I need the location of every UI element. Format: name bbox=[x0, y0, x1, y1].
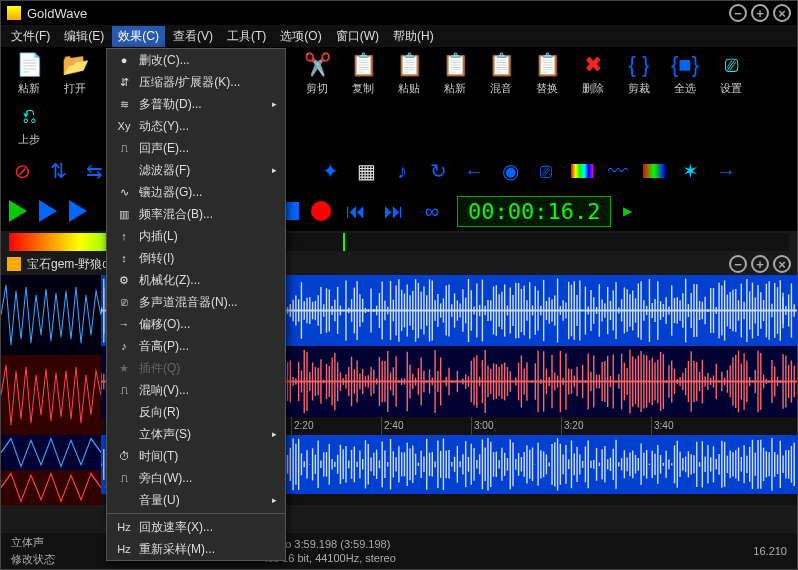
minimize-button[interactable]: − bbox=[729, 4, 747, 22]
app-logo-icon bbox=[7, 6, 21, 20]
menu-help[interactable]: 帮助(H) bbox=[387, 26, 440, 47]
overview-mini[interactable] bbox=[1, 435, 101, 505]
prev-icon: ⎌ bbox=[15, 102, 43, 130]
menu-edit[interactable]: 编辑(E) bbox=[58, 26, 110, 47]
settings-icon: ⎚ bbox=[717, 51, 745, 79]
pastenew-button[interactable]: 📋粘新 bbox=[435, 51, 475, 96]
selectall-icon: {■} bbox=[671, 51, 699, 79]
overview-right-channel[interactable] bbox=[1, 355, 101, 435]
effect-interpolate[interactable]: ↑内插(L) bbox=[107, 225, 285, 247]
effect-offset[interactable]: →偏移(O)... bbox=[107, 313, 285, 335]
cut-icon: ✂️ bbox=[303, 51, 331, 79]
effect-pitch[interactable]: ♪音高(P)... bbox=[107, 335, 285, 357]
status-position: 16.210 bbox=[753, 545, 787, 557]
menu-view[interactable]: 查看(V) bbox=[167, 26, 219, 47]
open-button[interactable]: 📂打开 bbox=[55, 51, 95, 96]
new-button[interactable]: 📄粘新 bbox=[9, 51, 49, 96]
replace-button[interactable]: 📋替换 bbox=[527, 51, 567, 96]
disc-icon[interactable]: ◉ bbox=[497, 158, 523, 184]
wave-icon[interactable]: 〰 bbox=[605, 158, 631, 184]
menu-option[interactable]: 选项(O) bbox=[274, 26, 327, 47]
spark-icon[interactable]: ✶ bbox=[677, 158, 703, 184]
color-icon[interactable] bbox=[641, 158, 667, 184]
grid-icon[interactable]: ▦ bbox=[353, 158, 379, 184]
doc-close-button[interactable]: × bbox=[773, 255, 791, 273]
xy-icon: Xy bbox=[115, 120, 133, 132]
right-icon[interactable]: → bbox=[713, 158, 739, 184]
effect-time[interactable]: ⏱时间(T) bbox=[107, 445, 285, 467]
sliders-icon: ⎚ bbox=[115, 296, 133, 308]
effect-resample[interactable]: Hz重新采样(M)... bbox=[107, 538, 285, 560]
hz-icon: Hz bbox=[115, 543, 133, 555]
doc-minimize-button[interactable]: − bbox=[729, 255, 747, 273]
paste-button[interactable]: 📋粘贴 bbox=[389, 51, 429, 96]
play-selection-button[interactable] bbox=[39, 200, 57, 222]
document-icon bbox=[7, 257, 21, 271]
left-icon[interactable]: ← bbox=[461, 158, 487, 184]
doc-maximize-button[interactable]: + bbox=[751, 255, 769, 273]
trim-button[interactable]: { }剪裁 bbox=[619, 51, 659, 96]
clock-icon: ⏱ bbox=[115, 450, 133, 462]
effect-flanger[interactable]: ∿镶边器(G)... bbox=[107, 181, 285, 203]
exchange-icon[interactable]: ⇅ bbox=[45, 158, 71, 184]
compress-icon[interactable]: ⇆ bbox=[81, 158, 107, 184]
maximize-button[interactable]: + bbox=[751, 4, 769, 22]
arrow-right-icon: → bbox=[115, 318, 133, 330]
mix-button[interactable]: 📋混音 bbox=[481, 51, 521, 96]
note-icon: ♪ bbox=[115, 340, 133, 352]
effect-stereo[interactable]: 立体声(S)▸ bbox=[107, 423, 285, 445]
settings-button[interactable]: ⎚设置 bbox=[711, 51, 751, 96]
effect-volume[interactable]: 音量(U)▸ bbox=[107, 489, 285, 511]
copy-button[interactable]: 📋复制 bbox=[343, 51, 383, 96]
selectall-button[interactable]: {■}全选 bbox=[665, 51, 705, 96]
effect-invert[interactable]: ↕倒转(I) bbox=[107, 247, 285, 269]
effect-plugin: ★插件(Q) bbox=[107, 357, 285, 379]
effect-freqblend[interactable]: ▥频率混合(B)... bbox=[107, 203, 285, 225]
overview-left-channel[interactable] bbox=[1, 275, 101, 355]
close-button[interactable]: × bbox=[773, 4, 791, 22]
mix-icon: 📋 bbox=[487, 51, 515, 79]
delete-button[interactable]: ✖删除 bbox=[573, 51, 613, 96]
star-icon[interactable]: ✦ bbox=[317, 158, 343, 184]
effect-filter[interactable]: 滤波器(F)▸ bbox=[107, 159, 285, 181]
rewind-button[interactable]: ⏮ bbox=[343, 198, 369, 224]
spectrum-icon[interactable] bbox=[569, 158, 595, 184]
effect-reverb[interactable]: ⎍混响(V)... bbox=[107, 379, 285, 401]
effect-echo[interactable]: ⎍回声(E)... bbox=[107, 137, 285, 159]
effect-voiceover[interactable]: ⎍旁白(W)... bbox=[107, 467, 285, 489]
effect-playback-rate[interactable]: Hz回放速率(X)... bbox=[107, 516, 285, 538]
title-bar: GoldWave − + × bbox=[1, 1, 797, 25]
reverse-icon: ↕ bbox=[115, 252, 133, 264]
new-icon: 📄 bbox=[15, 51, 43, 79]
effect-reverse[interactable]: 反向(R) bbox=[107, 401, 285, 423]
effect-mechanize[interactable]: ⚙机械化(Z)... bbox=[107, 269, 285, 291]
play-loop-button[interactable] bbox=[69, 200, 87, 222]
forward-button[interactable]: ⏭ bbox=[381, 198, 407, 224]
up-icon: ↑ bbox=[115, 230, 133, 242]
menu-file[interactable]: 文件(F) bbox=[5, 26, 56, 47]
effect-dynamics[interactable]: Xy动态(Y)... bbox=[107, 115, 285, 137]
effect-doppler[interactable]: ≋多普勒(D)...▸ bbox=[107, 93, 285, 115]
note-icon[interactable]: ♪ bbox=[389, 158, 415, 184]
menu-window[interactable]: 窗口(W) bbox=[330, 26, 385, 47]
stop-icon[interactable]: ⊘ bbox=[9, 158, 35, 184]
trim-icon: { } bbox=[625, 51, 653, 79]
echo-icon: ⎍ bbox=[115, 384, 133, 396]
effect-compexp[interactable]: ⇵压缩器/扩展器(K)... bbox=[107, 71, 285, 93]
link-icon[interactable]: ∞ bbox=[419, 198, 445, 224]
prev-button[interactable]: ⎌上步 bbox=[9, 102, 49, 147]
effect-censor[interactable]: ●删改(C)... bbox=[107, 49, 285, 71]
record-button[interactable] bbox=[311, 201, 331, 221]
cut-button[interactable]: ✂️剪切 bbox=[297, 51, 337, 96]
menu-effect[interactable]: 效果(C) bbox=[112, 26, 165, 47]
exchange-icon: ⇵ bbox=[115, 76, 133, 89]
play-button[interactable] bbox=[9, 200, 27, 222]
menu-tool[interactable]: 工具(T) bbox=[221, 26, 272, 47]
reload-icon[interactable]: ↻ bbox=[425, 158, 451, 184]
sliders-icon[interactable]: ⎚ bbox=[533, 158, 559, 184]
status-modified: 修改状态 bbox=[11, 552, 55, 567]
timecode-display: 00:00:16.2 bbox=[457, 196, 611, 227]
play-indicator-icon: ▶ bbox=[623, 204, 632, 218]
replace-icon: 📋 bbox=[533, 51, 561, 79]
effect-multimixer[interactable]: ⎚多声道混音器(N)... bbox=[107, 291, 285, 313]
